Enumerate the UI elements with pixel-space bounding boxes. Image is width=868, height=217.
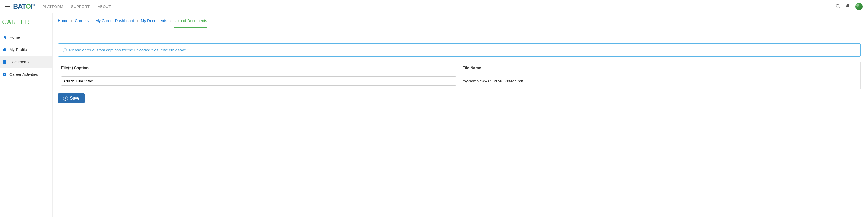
breadcrumb-careers[interactable]: Careers xyxy=(75,19,89,23)
table-header-caption: File(s) Caption xyxy=(58,62,460,73)
save-button-label: Save xyxy=(70,96,79,101)
sidebar: CAREER Home My Profile Documents Career … xyxy=(0,13,53,217)
files-table: File(s) Caption File Name my-sample-cv 6… xyxy=(58,62,861,89)
sidebar-item-profile[interactable]: My Profile xyxy=(0,43,52,56)
info-message: Please enter custom captions for the upl… xyxy=(69,48,187,52)
logo[interactable]: BATOI® xyxy=(13,2,34,10)
svg-point-0 xyxy=(836,4,839,7)
svg-rect-3 xyxy=(4,48,5,49)
sidebar-title: CAREER xyxy=(0,19,52,31)
svg-line-1 xyxy=(839,7,839,8)
bell-icon[interactable] xyxy=(845,4,850,9)
top-nav: PLATFORM SUPPORT ABOUT xyxy=(42,4,111,9)
chevron-right-icon: › xyxy=(137,19,138,23)
info-alert: i Please enter custom captions for the u… xyxy=(58,43,861,57)
avatar[interactable] xyxy=(856,3,863,10)
sidebar-item-documents[interactable]: Documents xyxy=(0,56,52,68)
chevron-right-icon: › xyxy=(170,19,171,23)
save-button[interactable]: Save xyxy=(58,93,85,103)
sidebar-item-activities[interactable]: Career Activities xyxy=(0,68,52,81)
table-header-filename: File Name xyxy=(459,62,861,73)
sidebar-item-label: Career Activities xyxy=(9,72,38,76)
svg-rect-2 xyxy=(3,49,6,51)
profile-icon xyxy=(3,48,7,52)
sidebar-item-home[interactable]: Home xyxy=(0,31,52,43)
breadcrumb-dashboard[interactable]: My Career Dashboard xyxy=(95,19,134,23)
search-icon[interactable] xyxy=(835,4,840,9)
nav-platform[interactable]: PLATFORM xyxy=(42,4,63,9)
breadcrumb-mydocuments[interactable]: My Documents xyxy=(141,19,167,23)
activities-icon xyxy=(3,72,7,76)
sidebar-item-label: Home xyxy=(9,35,20,39)
menu-toggle-icon[interactable] xyxy=(5,5,10,8)
sidebar-item-label: My Profile xyxy=(9,47,27,52)
nav-about[interactable]: ABOUT xyxy=(98,4,111,9)
nav-support[interactable]: SUPPORT xyxy=(71,4,90,9)
header: BATOI® PLATFORM SUPPORT ABOUT xyxy=(0,0,868,13)
breadcrumb: Home › Careers › My Career Dashboard › M… xyxy=(58,19,861,28)
home-icon xyxy=(3,35,7,39)
chevron-right-icon: › xyxy=(71,19,72,23)
chevron-right-icon: › xyxy=(91,19,93,23)
breadcrumb-current: Upload Documents xyxy=(174,19,207,28)
sidebar-item-label: Documents xyxy=(9,60,29,64)
caption-input[interactable] xyxy=(61,76,456,86)
documents-icon xyxy=(3,60,7,64)
arrow-right-icon xyxy=(63,96,68,101)
info-icon: i xyxy=(63,48,67,52)
table-row: my-sample-cv 650d7400084eb.pdf xyxy=(58,73,861,89)
main-content: Home › Careers › My Career Dashboard › M… xyxy=(53,13,868,217)
filename-cell: my-sample-cv 650d7400084eb.pdf xyxy=(459,73,861,89)
breadcrumb-home[interactable]: Home xyxy=(58,19,68,23)
